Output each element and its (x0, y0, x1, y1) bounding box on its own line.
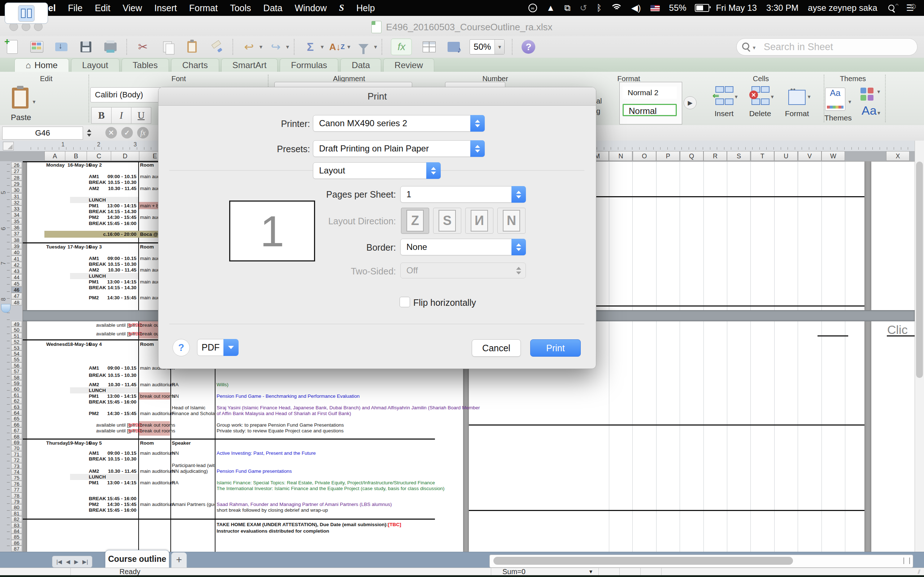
font-name-select[interactable]: Calibri (Body) (90, 87, 164, 102)
autosum-caret[interactable]: ▼ (320, 44, 325, 50)
row-header-81[interactable]: 81 (11, 510, 22, 516)
scrollbar-grip[interactable] (903, 558, 910, 564)
page-layout-view-button[interactable] (18, 5, 35, 22)
confirm-entry-icon[interactable]: ✓ (121, 127, 133, 139)
collapse-ribbon-icon[interactable]: ⌃ (894, 2, 900, 11)
sum-indicator[interactable]: Sum=0 (502, 567, 525, 576)
themes-label[interactable]: Themes (824, 114, 852, 122)
column-header-V[interactable]: V (798, 151, 822, 161)
vertical-scrollbar[interactable] (914, 141, 924, 552)
row-header-68[interactable]: 68 (11, 434, 22, 439)
menu-item-tools[interactable]: Tools (230, 3, 251, 13)
row-header-58[interactable]: 58 (11, 374, 22, 380)
menu-item-help[interactable]: Help (356, 3, 375, 13)
resize-grip[interactable]: ⫽ (918, 569, 921, 575)
schedule-row[interactable]: The International Investor: Islamic Fina… (0, 485, 465, 492)
schedule-row[interactable]: PM113:00 - 14:15main auditoriumRAIslamic… (0, 480, 465, 486)
menu-date[interactable]: Fri May 13 (716, 3, 757, 13)
column-header-U[interactable]: U (774, 151, 798, 161)
dialog-help-button[interactable]: ? (173, 339, 190, 356)
zoom-caret-icon[interactable]: ▼ (494, 40, 504, 54)
row-header-41[interactable]: 41 (11, 256, 22, 262)
schedule-row[interactable]: available until [6/TBC]pmbreak out rooms… (0, 422, 465, 428)
row-header-39[interactable]: 39 (11, 243, 22, 249)
paste-icon[interactable] (12, 88, 29, 108)
row-header-70[interactable]: 70 (11, 445, 22, 451)
schedule-row[interactable]: Participant-lead (with (0, 462, 465, 469)
gear-icon[interactable]: ⚙ (909, 2, 917, 11)
help-button[interactable]: ? (521, 40, 536, 54)
presets-select[interactable]: Draft Printing on Plain Paper (313, 140, 485, 157)
theme-colors-caret[interactable]: ▼ (876, 89, 881, 95)
cut-button[interactable]: ✂ (136, 40, 150, 54)
row-header-56[interactable]: 56 (11, 363, 22, 368)
filter-button[interactable] (356, 40, 371, 54)
user-name[interactable]: ayse zeynep saka (808, 3, 877, 13)
row-header-50[interactable]: 50 (11, 327, 22, 332)
print-button[interactable] (103, 40, 118, 54)
menu-item-insert[interactable]: Insert (154, 3, 177, 13)
themes-caret[interactable]: ▼ (848, 99, 852, 105)
schedule-row[interactable]: BREAK15:45 - 16:00short break followed b… (0, 507, 465, 513)
flip-horizontally-checkbox[interactable] (399, 297, 410, 307)
row-header-30[interactable]: 30 (11, 187, 22, 193)
schedule-row[interactable]: PM214:30 - 15:45main auditoriumAmani Par… (0, 501, 465, 508)
menu-item-window[interactable]: Window (294, 3, 327, 13)
column-header-N[interactable]: N (609, 151, 632, 161)
tab-home[interactable]: ⌂Home (15, 58, 69, 72)
column-header-B[interactable]: B (65, 151, 87, 161)
templates-button[interactable] (30, 40, 44, 54)
media-browser-button[interactable] (446, 40, 461, 54)
row-header-60[interactable]: 60 (11, 386, 22, 392)
insert-function-icon[interactable]: fx (137, 127, 149, 139)
printer-select[interactable]: Canon MX490 series 2 (313, 115, 485, 132)
copy-button[interactable] (160, 40, 175, 54)
schedule-row[interactable]: BREAK10.15 - 10.30 (0, 372, 465, 378)
row-header-85[interactable]: 85 (11, 534, 22, 540)
row-header-62[interactable]: 62 (11, 398, 22, 403)
filter-caret[interactable]: ▼ (373, 44, 378, 50)
search-input[interactable] (763, 41, 917, 53)
horizontal-scrollbar[interactable] (489, 554, 913, 567)
cancel-button[interactable]: Cancel (472, 339, 521, 357)
row-header-44[interactable]: 44 (11, 274, 22, 280)
row-header-66[interactable]: 66 (11, 422, 22, 427)
schedule-row[interactable]: AM210.30 - 11.45main auditoriumNN adjudi… (0, 468, 465, 474)
style-normal-selected[interactable]: Normal (623, 104, 677, 116)
schedule-row[interactable]: TAKE HOME EXAM (UNDER ATTESTATION), Due … (0, 521, 465, 528)
row-header-63[interactable]: 63 (11, 404, 22, 410)
paste-toolbar-button[interactable] (185, 40, 199, 54)
us-flag-input-icon[interactable] (650, 5, 660, 11)
row-header-74[interactable]: 74 (11, 469, 22, 475)
cancel-entry-icon[interactable]: ✕ (105, 127, 117, 139)
print-button[interactable]: Print (530, 339, 581, 357)
italic-button[interactable]: I (111, 107, 131, 124)
menu-item-file[interactable]: File (68, 3, 82, 13)
row-header-75[interactable]: 75 (11, 475, 22, 480)
google-drive-icon[interactable]: ▲ (546, 3, 555, 13)
add-sheet-button[interactable]: + (171, 552, 187, 568)
tab-tables[interactable]: Tables (122, 58, 169, 72)
border-select[interactable]: None (400, 239, 526, 255)
row-header-40[interactable]: 40 (11, 249, 22, 255)
search-icon[interactable] (742, 42, 751, 52)
menu-time[interactable]: 3:30 PM (766, 3, 798, 13)
paste-label[interactable]: Paste (11, 113, 31, 122)
row-header-38[interactable]: 38 (11, 237, 22, 243)
redo-button[interactable]: ↪ (268, 40, 283, 54)
row-header-86[interactable]: 86 (11, 540, 22, 546)
tab-formulas[interactable]: Formulas (280, 58, 338, 72)
row-header-37[interactable]: 37 (11, 230, 22, 237)
row-header-26[interactable]: 26 (11, 162, 22, 168)
open-button[interactable] (54, 40, 69, 54)
save-button[interactable] (79, 40, 93, 54)
column-header-A[interactable]: A (44, 151, 65, 161)
row-header-42[interactable]: 42 (11, 262, 22, 268)
row-header-84[interactable]: 84 (11, 528, 22, 534)
schedule-row[interactable]: Instructor evaluations distributed for c… (0, 528, 465, 534)
themes-icon[interactable]: Aa (825, 88, 845, 111)
toggle-table-button[interactable] (422, 40, 436, 54)
row-header-73[interactable]: 73 (11, 463, 22, 469)
row-header-33[interactable]: 33 (11, 206, 22, 212)
wifi-icon[interactable] (611, 4, 622, 12)
